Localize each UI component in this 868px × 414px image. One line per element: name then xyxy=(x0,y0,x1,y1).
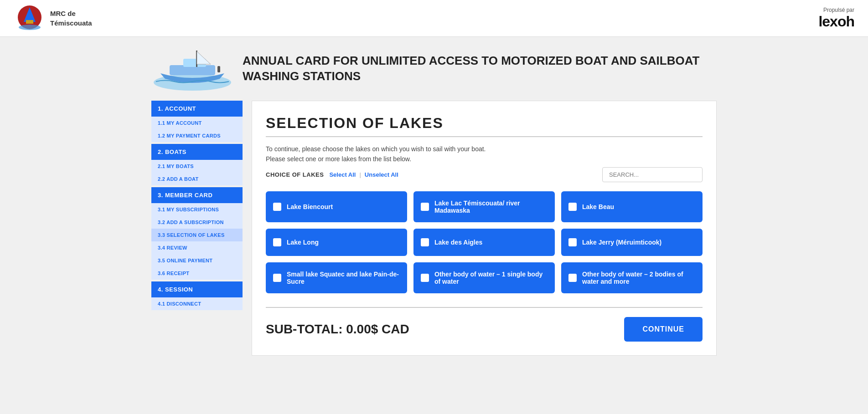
continue-button[interactable]: CONTINUE xyxy=(624,317,703,342)
select-divider: | xyxy=(359,171,361,178)
lake-option-other-2[interactable]: Other body of water – 2 bodies of water … xyxy=(561,262,703,293)
sidebar-item-online-payment[interactable]: 3.5 ONLINE PAYMENT xyxy=(151,254,243,267)
lake-checkbox-beau[interactable] xyxy=(568,203,577,211)
sidebar-section-session: 4. SESSION 4.1 DISCONNECT xyxy=(151,281,243,310)
panel-title: SELECTION OF LAKES xyxy=(266,115,703,132)
lake-option-jerry[interactable]: Lake Jerry (Méruimticook) xyxy=(561,229,703,256)
lake-checkbox-other-2[interactable] xyxy=(568,274,577,282)
sidebar-item-add-a-boat[interactable]: 2.2 ADD A BOAT xyxy=(151,173,243,185)
main-container: ANNUAL CARD FOR UNLIMITED ACCESS TO MOTO… xyxy=(138,37,730,365)
unselect-all-link[interactable]: Unselect All xyxy=(365,171,398,178)
lake-option-biencourt[interactable]: Lake Biencourt xyxy=(266,191,407,222)
sidebar-item-receipt[interactable]: 3.6 RECEIPT xyxy=(151,267,243,280)
lake-option-squatec[interactable]: Small lake Squatec and lake Pain-de-Sucr… xyxy=(266,262,407,293)
select-links: Select All | Unselect All xyxy=(329,171,398,178)
lake-option-other-1[interactable]: Other body of water – 1 single body of w… xyxy=(413,262,555,293)
logo-text: MRC de Témiscouata xyxy=(50,9,92,28)
select-all-link[interactable]: Select All xyxy=(329,171,356,178)
lake-checkbox-long[interactable] xyxy=(273,238,281,246)
sidebar-item-selection-of-lakes[interactable]: 3.3 SELECTION OF LAKES xyxy=(151,229,243,241)
sidebar-item-my-account[interactable]: 1.1 MY ACCOUNT xyxy=(151,117,243,129)
lakes-header: CHOICE OF LAKES Select All | Unselect Al… xyxy=(266,167,703,182)
sidebar-section-header-session[interactable]: 4. SESSION xyxy=(151,281,243,297)
sidebar-item-my-payment-cards[interactable]: 1.2 MY PAYMENT CARDS xyxy=(151,129,243,142)
logo-area: MRC de Témiscouata xyxy=(14,5,92,32)
site-header: MRC de Témiscouata Propulsé par lexoh xyxy=(0,0,868,37)
sidebar-section-header-member-card[interactable]: 3. MEMBER CARD xyxy=(151,187,243,203)
lake-option-temiscouata[interactable]: Lake Lac Témiscouata/ river Madawaska xyxy=(413,191,555,222)
hero-title: ANNUAL CARD FOR UNLIMITED ACCESS TO MOTO… xyxy=(243,53,717,84)
search-input[interactable] xyxy=(602,167,703,182)
lake-checkbox-other-1[interactable] xyxy=(421,274,429,282)
panel-desc-1: To continue, please choose the lakes on … xyxy=(266,145,703,153)
sidebar-section-boats: 2. BOATS 2.1 MY BOATS 2.2 ADD A BOAT xyxy=(151,144,243,185)
svg-marker-8 xyxy=(197,51,211,64)
lake-option-long[interactable]: Lake Long xyxy=(266,229,407,256)
sidebar-item-review[interactable]: 3.4 REVIEW xyxy=(151,241,243,254)
sidebar-section-account: 1. ACCOUNT 1.1 MY ACCOUNT 1.2 MY PAYMENT… xyxy=(151,101,243,142)
panel-footer: SUB-TOTAL: 0.00$ CAD CONTINUE xyxy=(266,307,703,342)
svg-point-3 xyxy=(19,25,41,30)
choice-of-lakes-label: CHOICE OF LAKES xyxy=(266,171,324,178)
sidebar-section-header-account[interactable]: 1. ACCOUNT xyxy=(151,101,243,117)
panel-desc-2: Please select one or more lakes from the… xyxy=(266,155,703,163)
lake-option-des-aigles[interactable]: Lake des Aigles xyxy=(413,229,555,256)
svg-rect-2 xyxy=(26,20,33,24)
subtotal: SUB-TOTAL: 0.00$ CAD xyxy=(266,322,409,337)
lakes-grid: Lake Biencourt Lake Lac Témiscouata/ riv… xyxy=(266,191,703,293)
lake-checkbox-temiscouata[interactable] xyxy=(421,203,429,211)
lake-checkbox-squatec[interactable] xyxy=(273,274,281,282)
powered-by: Propulsé par lexoh xyxy=(818,7,854,30)
hero-section: ANNUAL CARD FOR UNLIMITED ACCESS TO MOTO… xyxy=(151,46,717,92)
lake-option-beau[interactable]: Lake Beau xyxy=(561,191,703,222)
powered-by-label: Propulsé par xyxy=(818,7,854,13)
main-panel: SELECTION OF LAKES To continue, please c… xyxy=(252,101,717,356)
sidebar-item-add-a-subscription[interactable]: 3.2 ADD A SUBSCRIPTION xyxy=(151,216,243,229)
sidebar-section-member-card: 3. MEMBER CARD 3.1 MY SUBSCRIPTIONS 3.2 … xyxy=(151,187,243,280)
panel-divider xyxy=(266,136,703,137)
sidebar-item-my-boats[interactable]: 2.1 MY BOATS xyxy=(151,160,243,173)
svg-rect-9 xyxy=(217,66,220,72)
lake-checkbox-biencourt[interactable] xyxy=(273,203,281,211)
content-layout: 1. ACCOUNT 1.1 MY ACCOUNT 1.2 MY PAYMENT… xyxy=(151,101,717,356)
sidebar: 1. ACCOUNT 1.1 MY ACCOUNT 1.2 MY PAYMENT… xyxy=(151,101,243,312)
lake-checkbox-jerry[interactable] xyxy=(568,238,577,246)
powered-by-brand: lexoh xyxy=(818,13,854,30)
lake-checkbox-des-aigles[interactable] xyxy=(421,238,429,246)
sidebar-item-disconnect[interactable]: 4.1 DISCONNECT xyxy=(151,297,243,310)
hero-boat-image xyxy=(151,46,233,92)
sidebar-section-header-boats[interactable]: 2. BOATS xyxy=(151,144,243,160)
sidebar-item-my-subscriptions[interactable]: 3.1 MY SUBSCRIPTIONS xyxy=(151,203,243,216)
logo-icon xyxy=(14,5,46,32)
